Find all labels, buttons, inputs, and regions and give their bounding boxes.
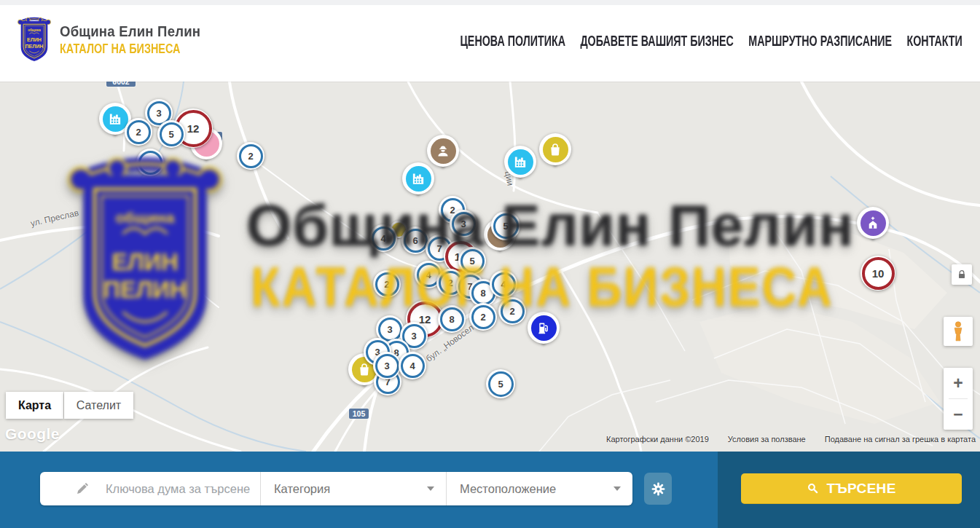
cluster-marker[interactable]: 5 [458,247,486,275]
cluster-count: 3 [452,212,476,236]
cluster-marker[interactable]: 2 [237,142,264,170]
terms-link[interactable]: Условия за ползване [728,435,806,444]
cluster-count: 5 [460,249,485,273]
nav-item-add-business[interactable]: ДОБАВЕТЕ ВАШИЯТ БИЗНЕС [581,32,734,50]
svg-text:ПЕЛИН: ПЕЛИН [26,44,44,50]
top-strip [0,0,980,5]
cluster-marker[interactable]: 4 [399,352,426,379]
cluster-marker[interactable]: 4 [369,224,397,252]
keyword-field[interactable] [40,472,260,505]
svg-text:община: община [28,28,41,32]
cluster-count: 4 [372,226,396,251]
pin-body [402,162,434,194]
street-view-pegman-button[interactable] [944,317,973,346]
keyword-input[interactable] [104,481,260,497]
municipality-crest-icon: община ЕЛИН ПЕЛИН [16,17,52,63]
location-select[interactable]: Местоположение [446,472,632,505]
map-pin-factory[interactable] [402,162,434,206]
cluster-marker[interactable]: 5 [157,120,185,148]
pegman-icon [949,320,968,342]
category-select[interactable]: Категория [260,472,446,505]
report-error-link[interactable]: Подаване на сигнал за грешка в картата [825,435,976,444]
lock-control-button[interactable] [952,264,972,285]
category-select-label: Категория [274,482,330,496]
cluster-marker[interactable] [136,149,164,176]
cluster-marker[interactable]: 3 [373,352,401,379]
map-type-map-button[interactable]: Карта [6,392,63,419]
cluster-count: 2 [471,305,495,329]
cluster-count: 10 [862,257,895,290]
pin-body [539,133,571,165]
fuel-icon [531,315,557,341]
zoom-control: + − [944,368,973,430]
cluster-marker[interactable]: 2 [125,118,152,146]
cluster-count: 5 [493,213,519,239]
cluster-marker[interactable]: 10 [861,256,895,291]
zoom-out-button[interactable]: − [944,399,973,430]
bag-icon [543,137,568,162]
google-map[interactable]: 6002105ул. Преславбул. „Новоселции 12325… [0,82,980,452]
cluster-count: 2 [375,272,399,296]
chevron-down-icon [614,486,621,491]
map-pin-church[interactable] [857,207,889,251]
cluster-count: 5 [160,122,184,146]
cluster-count: 4 [401,354,425,378]
cluster-marker[interactable]: 2 [469,303,497,331]
header: община ЕЛИН ПЕЛИН Община Елин Пелин КАТА… [0,0,980,82]
svg-text:ЕЛИН: ЕЛИН [27,37,42,43]
cluster-count: 2 [501,299,525,323]
site-logo[interactable]: община ЕЛИН ПЕЛИН Община Елин Пелин КАТА… [16,17,211,63]
site-subtitle: КАТАЛОГ НА БИЗНЕСА [60,42,181,55]
factory-icon [103,106,128,132]
map-attribution: Картографски данни ©2019 Условия за полз… [606,435,976,444]
cluster-marker[interactable]: 2 [373,270,401,298]
map-pin-fuel[interactable] [528,312,560,355]
cluster-count: 4 [492,272,516,296]
google-logo[interactable]: Google [5,425,60,443]
advanced-search-button[interactable] [644,473,672,505]
map-data-copyright: Картографски данни ©2019 [606,435,709,444]
cluster-count: 3 [378,318,402,342]
cluster-count [138,151,162,175]
map-pin-factory[interactable] [504,146,536,189]
church-icon [861,210,886,236]
map-type-control: Карта Сателит [6,392,133,419]
search-fields: Категория Местоположение [40,472,632,505]
road-shield: 105 [349,409,369,419]
map-pin-bag[interactable] [539,133,571,177]
zoom-in-button[interactable]: + [944,368,973,398]
cluster-count: 8 [440,307,464,331]
worker-icon [431,138,456,164]
pencil-icon [75,481,90,496]
location-select-label: Местоположение [460,482,556,496]
factory-icon [508,149,533,175]
cluster-marker[interactable]: 8 [438,305,466,333]
cluster-marker[interactable]: 3 [450,210,477,237]
cluster-count: 2 [127,120,151,144]
search-button[interactable]: ТЪРСЕНЕ [741,473,962,504]
map-type-satellite-button[interactable]: Сателит [64,392,133,419]
cluster-count: 5 [488,371,514,397]
cluster-count: 3 [375,354,399,378]
cluster-marker[interactable]: 4 [490,270,517,298]
nav-item-pricing[interactable]: ЦЕНОВА ПОЛИТИКА [460,32,566,50]
cluster-count: 2 [239,144,263,168]
factory-icon [406,166,431,192]
search-button-label: ТЪРСЕНЕ [826,481,895,497]
chevron-down-icon [427,486,434,491]
cluster-count: 6 [404,229,428,253]
pin-body [528,312,560,344]
main-nav: ЦЕНОВА ПОЛИТИКА ДОБАВЕТЕ ВАШИЯТ БИЗНЕС М… [460,0,963,82]
cluster-marker[interactable]: 2 [498,297,526,325]
gear-icon [651,481,666,497]
cluster-marker[interactable]: 5 [491,211,520,240]
nav-item-contacts[interactable]: КОНТАКТИ [907,32,963,50]
search-bar: Категория Местоположение ТЪРСЕНЕ [0,452,980,528]
pin-body [504,146,536,178]
cluster-marker[interactable]: 5 [486,369,515,398]
search-icon [807,482,819,494]
nav-item-bus-schedule[interactable]: МАРШРУТНО РАЗПИСАНИЕ [748,32,892,50]
road-shield: 6002 [106,82,136,87]
lock-icon [956,269,968,280]
pin-body [857,207,889,239]
